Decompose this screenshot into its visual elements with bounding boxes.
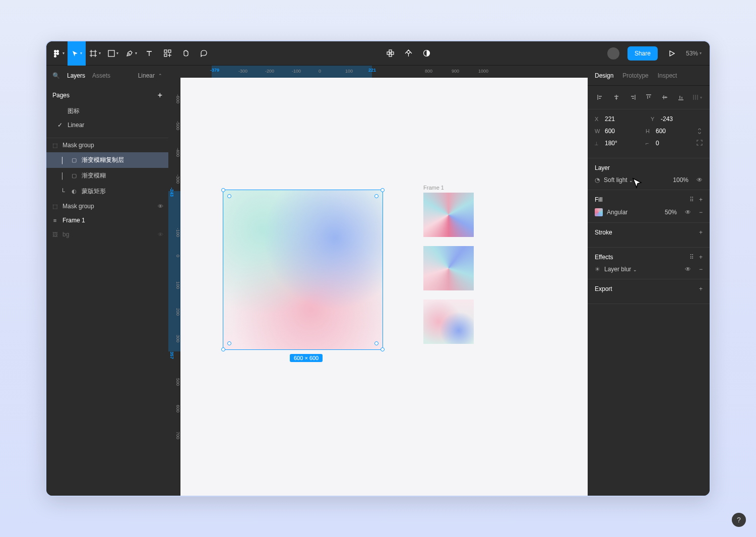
layer-item[interactable]: └◐蒙版矩形 xyxy=(46,184,168,199)
resize-handle[interactable] xyxy=(381,347,385,351)
stroke-section: Stroke+ xyxy=(588,223,710,248)
tab-assets[interactable]: Assets xyxy=(92,72,110,79)
layer-item[interactable]: ≡Frame 1 xyxy=(46,213,168,227)
align-left-icon[interactable] xyxy=(595,92,606,103)
avatar[interactable] xyxy=(607,47,619,59)
align-hcenter-icon[interactable] xyxy=(611,92,622,103)
layer-item[interactable]: │▢渐变模糊复制层 xyxy=(46,152,168,168)
remove-fill-button[interactable]: − xyxy=(699,209,703,216)
opacity-input[interactable]: 100% xyxy=(673,176,688,184)
boolean-tool[interactable] xyxy=(417,41,435,66)
corners-icon[interactable] xyxy=(697,140,703,147)
rotation-input[interactable]: 180° xyxy=(605,140,617,147)
resize-handle[interactable] xyxy=(221,347,225,351)
align-top-icon[interactable] xyxy=(643,92,654,103)
align-right-icon[interactable] xyxy=(627,92,638,103)
canvas[interactable]: 600 × 600 Frame 1 xyxy=(180,78,588,496)
tab-layers[interactable]: Layers xyxy=(67,72,85,79)
distribute-icon[interactable]: ▾ xyxy=(691,92,703,103)
frame-tool[interactable]: ▾ xyxy=(86,41,104,66)
chevron-down-icon: ▾ xyxy=(99,51,101,55)
chevron-down-icon: ▾ xyxy=(80,51,82,55)
align-vcenter-icon[interactable] xyxy=(659,92,670,103)
add-export-button[interactable]: + xyxy=(699,285,703,292)
visibility-icon[interactable]: 👁 xyxy=(685,209,691,216)
hand-tool[interactable] xyxy=(176,41,195,66)
text-tool[interactable] xyxy=(140,41,158,66)
h-input[interactable]: 600 xyxy=(656,128,666,135)
present-button[interactable] xyxy=(663,41,681,66)
effect-type-dropdown[interactable]: Layer blur ⌄ xyxy=(604,266,637,273)
thumb-3[interactable] xyxy=(423,300,474,344)
tab-design[interactable]: Design xyxy=(595,72,613,79)
resize-handle[interactable] xyxy=(221,188,225,192)
effects-title: Effects xyxy=(595,254,613,261)
menu-button[interactable]: ▾ xyxy=(49,41,68,66)
chevron-down-icon: ▾ xyxy=(700,51,702,55)
align-bottom-icon[interactable] xyxy=(675,92,686,103)
thumb-1[interactable] xyxy=(423,193,474,237)
ruler-horizontal[interactable]: -379 221 -300 -200 -100 0 100 800 900 10… xyxy=(180,66,588,78)
search-icon[interactable]: 🔍 xyxy=(52,72,60,79)
blend-mode-dropdown[interactable]: Soft light ⌄ xyxy=(604,176,633,184)
effect-icon[interactable]: ☀ xyxy=(595,266,600,273)
fill-section: Fill⠿+ Angular 50% 👁 − xyxy=(588,190,710,223)
mask-tool[interactable] xyxy=(399,41,417,66)
add-page-button[interactable]: + xyxy=(158,91,162,100)
rotate-handle[interactable] xyxy=(374,194,379,198)
layer-item[interactable]: 🖼bg👁 xyxy=(46,227,168,242)
radius-input[interactable]: 0 xyxy=(656,140,659,147)
styles-icon[interactable]: ⠿ xyxy=(689,196,694,203)
fill-type[interactable]: Angular xyxy=(607,209,627,216)
layer-item[interactable]: ⬚Mask group👁 xyxy=(46,199,168,213)
canvas-area: -379 221 -300 -200 -100 0 100 800 900 10… xyxy=(168,66,588,496)
tab-inspect[interactable]: Inspect xyxy=(658,72,677,79)
ruler-vertical[interactable]: -243 357 -600 -500 -400 -300 -100 0 100 … xyxy=(168,78,180,496)
rotate-handle[interactable] xyxy=(227,194,231,198)
thumb-2[interactable] xyxy=(423,246,474,290)
resources-tool[interactable] xyxy=(158,41,176,66)
comment-tool[interactable] xyxy=(195,41,213,66)
constrain-icon[interactable] xyxy=(697,128,703,135)
radius-icon: ⌐ xyxy=(646,140,653,146)
visibility-icon[interactable]: 👁 xyxy=(685,266,691,273)
w-input[interactable]: 600 xyxy=(605,128,615,135)
layer-item[interactable]: │▢渐变模糊 xyxy=(46,168,168,184)
component-tool[interactable] xyxy=(381,41,399,66)
rotate-handle[interactable] xyxy=(374,341,379,345)
left-tabs: 🔍 Layers Assets Linear⌃ xyxy=(46,66,168,86)
zoom-dropdown[interactable]: 53%▾ xyxy=(681,50,707,57)
page-item[interactable]: 图标 xyxy=(52,104,162,118)
page-selector[interactable]: Linear⌃ xyxy=(138,72,162,79)
right-panel: Design Prototype Inspect ▾ X221 Y xyxy=(588,66,710,496)
hidden-icon: 👁 xyxy=(158,231,163,237)
pen-tool[interactable]: ▾ xyxy=(122,41,140,66)
frame-label[interactable]: Frame 1 xyxy=(423,185,444,191)
rotate-handle[interactable] xyxy=(227,341,231,345)
pages-section: Pages+ 图标 ✓Linear xyxy=(46,86,168,135)
remove-effect-button[interactable]: − xyxy=(699,266,703,273)
mask-icon: ⬚ xyxy=(51,203,58,210)
x-label: X xyxy=(595,116,602,122)
visibility-icon[interactable]: 👁 xyxy=(697,176,703,184)
x-input[interactable]: 221 xyxy=(605,115,615,123)
page-item[interactable]: ✓Linear xyxy=(52,118,162,132)
mask-icon: ⬚ xyxy=(51,142,58,149)
resize-handle[interactable] xyxy=(381,188,385,192)
add-fill-button[interactable]: + xyxy=(699,196,703,203)
shape-tool[interactable]: ▾ xyxy=(104,41,122,66)
layer-item[interactable]: ⬚Mask group xyxy=(46,138,168,152)
styles-icon[interactable]: ⠿ xyxy=(689,254,694,261)
fill-swatch[interactable] xyxy=(595,208,603,216)
svg-rect-2 xyxy=(54,55,56,57)
y-input[interactable]: -243 xyxy=(661,115,673,123)
add-stroke-button[interactable]: + xyxy=(699,229,703,236)
svg-rect-3 xyxy=(56,50,59,52)
selection-box[interactable] xyxy=(223,190,383,350)
tab-prototype[interactable]: Prototype xyxy=(622,72,648,79)
add-effect-button[interactable]: + xyxy=(699,254,703,261)
fill-opacity-input[interactable]: 50% xyxy=(665,209,677,216)
share-button[interactable]: Share xyxy=(627,46,658,61)
move-tool[interactable]: ▾ xyxy=(68,41,86,66)
chevron-down-icon: ▾ xyxy=(116,51,118,55)
